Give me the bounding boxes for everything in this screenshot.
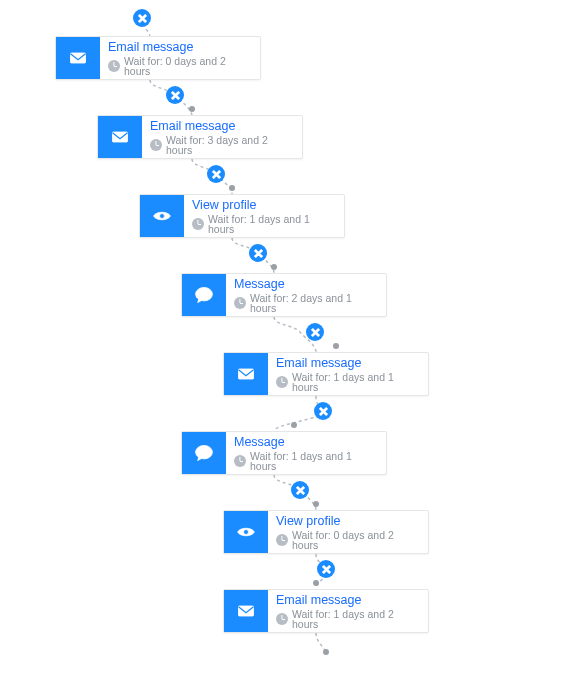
- delete-step-icon[interactable]: [166, 86, 184, 104]
- step-wait: Wait for: 0 days and 2 hours: [108, 56, 250, 77]
- connector-dot: [271, 264, 277, 270]
- step-title: View profile: [276, 514, 418, 529]
- clock-icon: [108, 60, 120, 72]
- step-title: View profile: [192, 198, 334, 213]
- step-title: Email message: [276, 356, 418, 371]
- clock-icon: [234, 297, 246, 309]
- step-wait: Wait for: 1 days and 2 hours: [276, 609, 418, 630]
- workflow-step-view-profile[interactable]: View profile Wait for: 1 days and 1 hour…: [139, 194, 345, 238]
- step-wait-text: Wait for: 2 days and 1 hours: [250, 293, 376, 314]
- step-title: Message: [234, 435, 376, 450]
- clock-icon: [276, 376, 288, 388]
- step-text: Message Wait for: 1 days and 1 hours: [226, 432, 386, 474]
- step-wait-text: Wait for: 1 days and 1 hours: [208, 214, 334, 235]
- delete-step-icon[interactable]: [207, 165, 225, 183]
- connector-lines: [0, 0, 568, 673]
- connector-dot: [189, 106, 195, 112]
- clock-icon: [192, 218, 204, 230]
- svg-rect-5: [239, 606, 254, 616]
- workflow-step-message[interactable]: Message Wait for: 1 days and 1 hours: [181, 431, 387, 475]
- workflow-step-email[interactable]: Email message Wait for: 1 days and 2 hou…: [223, 589, 429, 633]
- delete-step-icon[interactable]: [314, 402, 332, 420]
- chat-icon: [182, 274, 226, 316]
- step-text: View profile Wait for: 1 days and 1 hour…: [184, 195, 344, 237]
- step-title: Email message: [150, 119, 292, 134]
- delete-step-icon[interactable]: [133, 9, 151, 27]
- chat-icon: [182, 432, 226, 474]
- svg-point-2: [160, 214, 165, 219]
- workflow-step-view-profile[interactable]: View profile Wait for: 0 days and 2 hour…: [223, 510, 429, 554]
- step-wait-text: Wait for: 1 days and 1 hours: [292, 372, 418, 393]
- workflow-canvas: Email message Wait for: 0 days and 2 hou…: [0, 0, 568, 673]
- svg-rect-3: [239, 369, 254, 379]
- sequence-end-dot: [323, 649, 329, 655]
- step-wait: Wait for: 1 days and 1 hours: [276, 372, 418, 393]
- step-text: Email message Wait for: 1 days and 1 hou…: [268, 353, 428, 395]
- svg-rect-0: [71, 53, 86, 63]
- envelope-icon: [224, 353, 268, 395]
- step-wait-text: Wait for: 1 days and 1 hours: [250, 451, 376, 472]
- step-text: Email message Wait for: 3 days and 2 hou…: [142, 116, 302, 158]
- workflow-step-email[interactable]: Email message Wait for: 3 days and 2 hou…: [97, 115, 303, 159]
- step-wait: Wait for: 2 days and 1 hours: [234, 293, 376, 314]
- clock-icon: [276, 613, 288, 625]
- connector-dot: [291, 422, 297, 428]
- delete-step-icon[interactable]: [249, 244, 267, 262]
- connector-dot: [313, 501, 319, 507]
- envelope-icon: [224, 590, 268, 632]
- workflow-step-email[interactable]: Email message Wait for: 1 days and 1 hou…: [223, 352, 429, 396]
- envelope-icon: [56, 37, 100, 79]
- workflow-step-email[interactable]: Email message Wait for: 0 days and 2 hou…: [55, 36, 261, 80]
- step-wait: Wait for: 1 days and 1 hours: [234, 451, 376, 472]
- step-title: Email message: [276, 593, 418, 608]
- step-text: Email message Wait for: 1 days and 2 hou…: [268, 590, 428, 632]
- step-wait-text: Wait for: 3 days and 2 hours: [166, 135, 292, 156]
- step-wait: Wait for: 0 days and 2 hours: [276, 530, 418, 551]
- svg-rect-1: [113, 132, 128, 142]
- delete-step-icon[interactable]: [317, 560, 335, 578]
- step-title: Email message: [108, 40, 250, 55]
- connector-dot: [229, 185, 235, 191]
- step-wait-text: Wait for: 1 days and 2 hours: [292, 609, 418, 630]
- step-text: View profile Wait for: 0 days and 2 hour…: [268, 511, 428, 553]
- eye-icon: [224, 511, 268, 553]
- connector-dot: [313, 580, 319, 586]
- envelope-icon: [98, 116, 142, 158]
- workflow-step-message[interactable]: Message Wait for: 2 days and 1 hours: [181, 273, 387, 317]
- step-text: Message Wait for: 2 days and 1 hours: [226, 274, 386, 316]
- clock-icon: [276, 534, 288, 546]
- clock-icon: [234, 455, 246, 467]
- clock-icon: [150, 139, 162, 151]
- step-wait-text: Wait for: 0 days and 2 hours: [292, 530, 418, 551]
- delete-step-icon[interactable]: [291, 481, 309, 499]
- delete-step-icon[interactable]: [306, 323, 324, 341]
- step-wait-text: Wait for: 0 days and 2 hours: [124, 56, 250, 77]
- step-text: Email message Wait for: 0 days and 2 hou…: [100, 37, 260, 79]
- svg-point-4: [244, 530, 249, 535]
- eye-icon: [140, 195, 184, 237]
- step-title: Message: [234, 277, 376, 292]
- connector-dot: [333, 343, 339, 349]
- step-wait: Wait for: 3 days and 2 hours: [150, 135, 292, 156]
- step-wait: Wait for: 1 days and 1 hours: [192, 214, 334, 235]
